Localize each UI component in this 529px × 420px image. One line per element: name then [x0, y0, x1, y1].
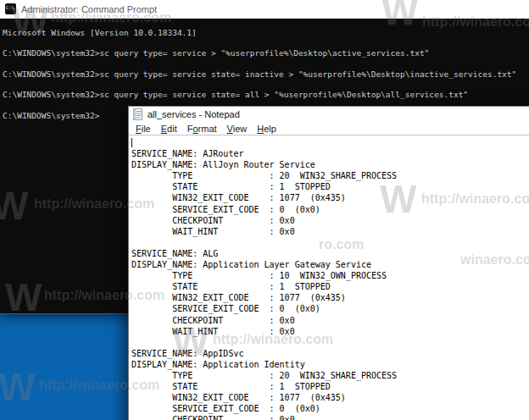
menu-file[interactable]: File	[131, 124, 156, 134]
notepad-window: all_services - Notepad FileEditFormatVie…	[128, 106, 529, 420]
notepad-titlebar[interactable]: all_services - Notepad	[129, 107, 529, 122]
menu-edit[interactable]: Edit	[156, 124, 182, 134]
notepad-content[interactable]: SERVICE_NAME: AJRouter DISPLAY_NAME: All…	[129, 135, 529, 420]
text-caret	[131, 138, 132, 147]
notepad-edit-area[interactable]: SERVICE_NAME: AJRouter DISPLAY_NAME: All…	[129, 135, 529, 420]
command-prompt-icon: C:\	[5, 3, 16, 14]
notepad-icon	[132, 108, 143, 120]
notepad-window-title: all_services - Notepad	[148, 109, 240, 119]
menu-help[interactable]: Help	[252, 124, 281, 134]
console-titlebar[interactable]: C:\ Administrator: Command Prompt	[0, 0, 529, 19]
menu-format[interactable]: Format	[182, 124, 222, 134]
menu-view[interactable]: View	[222, 124, 253, 134]
console-window-title: Administrator: Command Prompt	[21, 4, 157, 14]
winaero-logo-watermark: W	[0, 364, 33, 410]
desktop-background: C:\ Administrator: Command Prompt Micros…	[0, 0, 529, 420]
notepad-menubar: FileEditFormatViewHelp	[129, 122, 529, 135]
